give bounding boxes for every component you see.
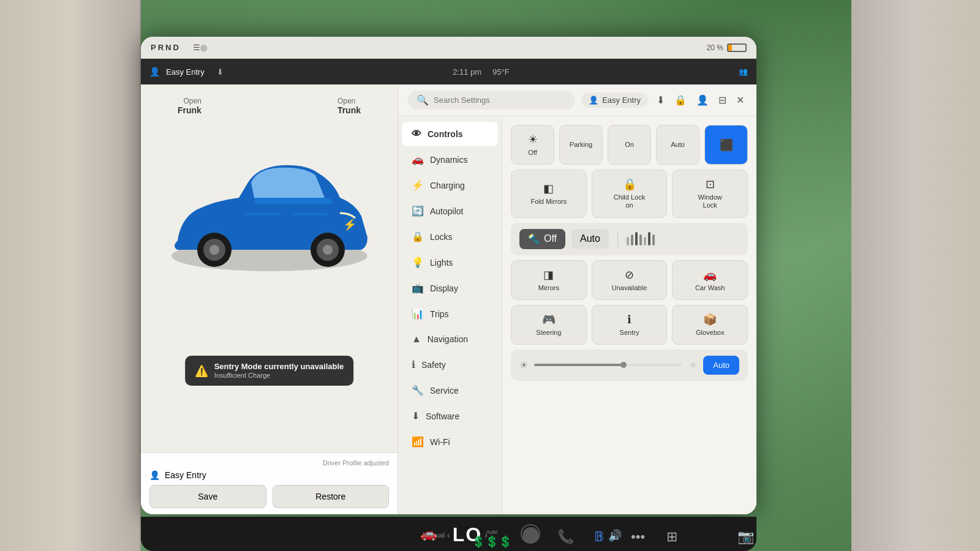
frunk-label[interactable]: Open Frunk — [178, 97, 202, 115]
taskbar-camera[interactable]: 📷 — [737, 529, 754, 545]
settings-profile-name: Easy Entry — [602, 96, 641, 105]
bar1 — [627, 237, 629, 246]
active-mode-btn[interactable]: ⬛ — [704, 125, 748, 165]
media-section[interactable]: Auto 💲💲💲 — [472, 529, 512, 549]
sidebar-item-label: Safety — [421, 360, 446, 370]
sidebar-item-navigation[interactable]: ▲ Navigation — [402, 327, 498, 351]
bar3 — [635, 232, 638, 246]
settings-icon-btn[interactable]: ⊟ — [716, 92, 729, 108]
fold-mirrors-btn[interactable]: ◧ Fold Mirrors — [511, 170, 587, 217]
trunk-label[interactable]: Open Trunk — [337, 97, 361, 115]
sidebar-item-label: Display — [430, 283, 458, 293]
prnd-display: PRND — [151, 43, 181, 52]
service-icon: 🔧 — [412, 384, 424, 396]
sidebar-item-controls[interactable]: 👁 Controls — [402, 122, 498, 146]
profile-icon: 👤 — [149, 67, 160, 77]
profile-name-text: Easy Entry — [165, 470, 206, 480]
sentry-btn[interactable]: ℹ Sentry — [592, 305, 668, 345]
sidebar-item-label: Autopilot — [430, 206, 463, 216]
mirrors-btn[interactable]: ◨ Mirrors — [511, 260, 587, 300]
navigation-icon: ▲ — [412, 334, 421, 345]
nav-menu: 👁 Controls 🚗 Dynamics ⚡ Charging 🔄 Autop… — [398, 116, 502, 514]
sidebar-item-label: Wi-Fi — [430, 437, 450, 447]
child-lock-btn[interactable]: 🔒 Child Lockon — [592, 170, 668, 217]
light-pattern — [627, 232, 655, 246]
car-svg: ⚡ — [159, 133, 380, 293]
sidebar-item-service[interactable]: 🔧 Service — [402, 378, 498, 403]
brightness-handle[interactable] — [620, 362, 627, 368]
menu-icon[interactable]: ☰◎ — [193, 43, 207, 52]
car-wash-icon: 🚗 — [703, 268, 717, 282]
window-lock-btn[interactable]: ⊡ WindowLock — [672, 170, 748, 217]
left-arrow[interactable]: ‹ — [447, 530, 450, 540]
brightness-slider[interactable] — [534, 364, 682, 366]
search-bar[interactable]: 🔍 — [408, 91, 575, 110]
glovebox-btn[interactable]: 📦 Glovebox — [672, 305, 748, 345]
home-circle: ⬤ — [521, 524, 540, 544]
bar7 — [652, 234, 655, 246]
lights-top-row: ☀ Off Parking On Auto ⬛ — [511, 125, 748, 165]
taskbar-phone[interactable]: 📞 — [557, 529, 574, 545]
settings-profile: 👤 Easy Entry — [581, 92, 648, 108]
top-corner-icons: 👥 — [739, 67, 748, 76]
person-icon-btn[interactable]: 👤 — [694, 92, 711, 108]
sidebar-item-display[interactable]: 📺 Display — [402, 276, 498, 301]
window-lock-icon: ⊡ — [706, 178, 715, 191]
svg-point-6 — [323, 245, 333, 255]
volume-section[interactable]: 🔊 — [608, 529, 622, 542]
volume-icon: 🔊 — [608, 530, 622, 542]
steering-btn[interactable]: 🎮 Steering — [511, 305, 587, 345]
sidebar-item-trips[interactable]: 📊 Trips — [402, 301, 498, 326]
sidebar-item-label: Trips — [430, 309, 449, 319]
phone-icon: 📞 — [557, 529, 574, 545]
sidebar-item-wifi[interactable]: 📶 Wi-Fi — [402, 429, 498, 454]
auto-btn[interactable]: Auto — [656, 125, 699, 165]
controls-icon: 👁 — [412, 129, 421, 140]
sidebar-item-autopilot[interactable]: 🔄 Autopilot — [402, 198, 498, 223]
taskbar-more[interactable]: ••• — [631, 529, 645, 545]
sidebar-item-lights[interactable]: 💡 Lights — [402, 250, 498, 275]
sidebar-item-charging[interactable]: ⚡ Charging — [402, 173, 498, 198]
bar6 — [648, 232, 650, 246]
lo-label: Manual — [423, 531, 445, 539]
lights-mode-auto[interactable]: Auto — [571, 229, 609, 249]
sidebar-item-locks[interactable]: 🔒 Locks — [402, 224, 498, 249]
nav-time: 2:11 pm — [453, 67, 481, 77]
profile-buttons: Save Restore — [149, 485, 389, 508]
download-icon-btn[interactable]: ⬇ — [654, 92, 667, 108]
brightness-row: ☀ ☀ Auto — [511, 350, 748, 381]
sentry-title: Sentry Mode currently unavailable — [214, 362, 344, 371]
sidebar-item-dynamics[interactable]: 🚗 Dynamics — [402, 147, 498, 172]
sidebar-item-software[interactable]: ⬇ Software — [402, 403, 498, 429]
unavailable-btn[interactable]: ⊘ Unavailable — [592, 260, 668, 300]
restore-button[interactable]: Restore — [273, 485, 390, 508]
warning-icon: ⚠️ — [195, 364, 208, 378]
interior-right — [851, 0, 980, 551]
brightness-auto-btn[interactable]: Auto — [703, 356, 739, 375]
on-btn[interactable]: On — [608, 125, 651, 165]
battery-fill — [728, 45, 732, 51]
brightness-sun-max-icon: ☀ — [688, 359, 697, 371]
lights-mode-off[interactable]: 🔦 Off — [519, 229, 565, 249]
close-icon-btn[interactable]: ✕ — [734, 92, 747, 108]
nav-title: Easy Entry — [166, 67, 205, 77]
divider — [617, 230, 618, 247]
lights-off-btn[interactable]: ☀ Off — [511, 125, 554, 165]
nav-temp: 95°F — [492, 67, 510, 77]
frunk-name: Frunk — [178, 105, 202, 115]
save-button[interactable]: Save — [149, 485, 266, 508]
search-input[interactable] — [434, 96, 567, 105]
brightness-sun-icon: ☀ — [519, 359, 528, 371]
sentry-sub: Insufficient Charge — [214, 372, 271, 379]
taskbar-circle[interactable]: ⬤ — [521, 524, 540, 544]
battery-section: 20 % — [707, 43, 747, 52]
parking-btn[interactable]: Parking — [559, 125, 603, 165]
car-wash-btn[interactable]: 🚗 Car Wash — [672, 260, 748, 300]
lock-icon-btn[interactable]: 🔒 — [672, 92, 689, 108]
dynamics-icon: 🚗 — [412, 154, 424, 165]
wifi-icon: 📶 — [412, 436, 424, 448]
sidebar-item-safety[interactable]: ℹ Safety — [402, 352, 498, 377]
taskbar-bluetooth[interactable]: 𝔹 — [594, 529, 604, 545]
taskbar-grid[interactable]: ⊞ — [666, 529, 677, 545]
settings-icons: ⬇ 🔒 👤 ⊟ ✕ — [654, 92, 747, 108]
